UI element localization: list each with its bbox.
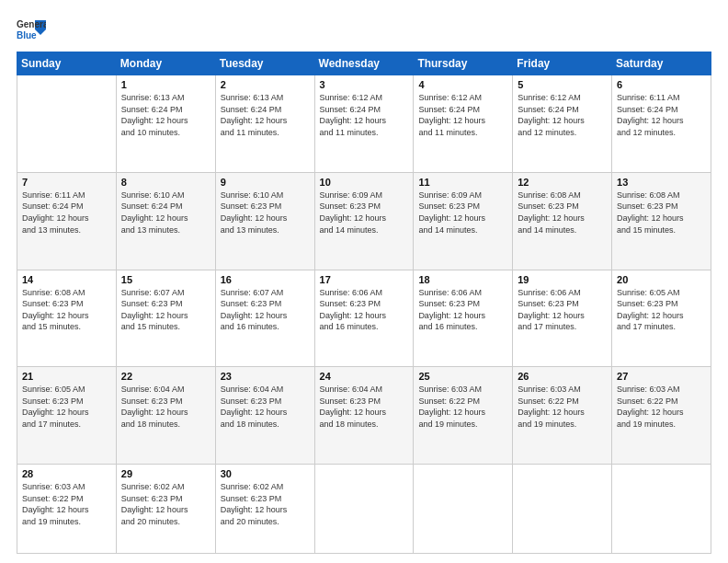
day-number: 30 [221,468,310,479]
weekday-header-monday: Monday [116,52,215,75]
calendar-cell: 25Sunrise: 6:03 AMSunset: 6:22 PMDayligh… [414,367,513,465]
calendar-cell [314,465,414,554]
day-number: 14 [22,274,111,285]
calendar-cell: 29Sunrise: 6:02 AMSunset: 6:23 PMDayligh… [116,465,215,554]
calendar-cell: 4Sunrise: 6:12 AMSunset: 6:24 PMDaylight… [414,75,513,173]
week-row-4: 21Sunrise: 6:05 AMSunset: 6:23 PMDayligh… [17,367,711,465]
calendar-cell: 27Sunrise: 6:03 AMSunset: 6:22 PMDayligh… [612,367,711,465]
header: General Blue [17,17,711,42]
day-info: Sunrise: 6:02 AMSunset: 6:23 PMDaylight:… [121,481,210,527]
calendar-cell: 12Sunrise: 6:08 AMSunset: 6:23 PMDayligh… [513,172,612,270]
day-number: 26 [518,371,607,382]
day-number: 12 [518,177,607,188]
day-info: Sunrise: 6:07 AMSunset: 6:23 PMDaylight:… [221,287,310,333]
day-info: Sunrise: 6:12 AMSunset: 6:24 PMDaylight:… [320,92,409,138]
day-info: Sunrise: 6:05 AMSunset: 6:23 PMDaylight:… [617,287,706,333]
day-info: Sunrise: 6:07 AMSunset: 6:23 PMDaylight:… [121,287,210,333]
day-info: Sunrise: 6:11 AMSunset: 6:24 PMDaylight:… [22,190,111,236]
calendar-cell: 11Sunrise: 6:09 AMSunset: 6:23 PMDayligh… [414,172,513,270]
weekday-header-thursday: Thursday [414,52,513,75]
day-number: 21 [22,371,111,382]
day-number: 22 [121,371,210,382]
calendar-cell [612,465,711,554]
day-number: 7 [22,177,111,188]
day-number: 6 [617,79,706,90]
day-info: Sunrise: 6:13 AMSunset: 6:24 PMDaylight:… [121,92,210,138]
day-info: Sunrise: 6:06 AMSunset: 6:23 PMDaylight:… [320,287,409,333]
weekday-header-friday: Friday [513,52,612,75]
calendar-cell: 23Sunrise: 6:04 AMSunset: 6:23 PMDayligh… [215,367,314,465]
day-number: 15 [121,274,210,285]
calendar-cell: 3Sunrise: 6:12 AMSunset: 6:24 PMDaylight… [314,75,414,173]
day-info: Sunrise: 6:02 AMSunset: 6:23 PMDaylight:… [221,481,310,527]
day-number: 13 [617,177,706,188]
day-info: Sunrise: 6:06 AMSunset: 6:23 PMDaylight:… [518,287,607,333]
day-info: Sunrise: 6:04 AMSunset: 6:23 PMDaylight:… [320,384,409,430]
calendar-cell: 1Sunrise: 6:13 AMSunset: 6:24 PMDaylight… [116,75,215,173]
weekday-header-sunday: Sunday [17,52,117,75]
day-number: 4 [418,79,507,90]
svg-text:Blue: Blue [17,30,37,40]
week-row-2: 7Sunrise: 6:11 AMSunset: 6:24 PMDaylight… [17,172,711,270]
day-info: Sunrise: 6:03 AMSunset: 6:22 PMDaylight:… [518,384,607,430]
calendar-cell: 16Sunrise: 6:07 AMSunset: 6:23 PMDayligh… [215,270,314,367]
logo: General Blue [17,17,46,42]
day-number: 9 [221,177,310,188]
calendar-cell: 30Sunrise: 6:02 AMSunset: 6:23 PMDayligh… [215,465,314,554]
day-info: Sunrise: 6:06 AMSunset: 6:23 PMDaylight:… [418,287,507,333]
calendar-cell [17,75,117,173]
logo-icon: General Blue [17,17,46,42]
day-number: 2 [221,79,310,90]
day-number: 5 [518,79,607,90]
day-info: Sunrise: 6:09 AMSunset: 6:23 PMDaylight:… [320,190,409,236]
day-number: 11 [418,177,507,188]
week-row-5: 28Sunrise: 6:03 AMSunset: 6:22 PMDayligh… [17,465,711,554]
calendar-cell: 10Sunrise: 6:09 AMSunset: 6:23 PMDayligh… [314,172,414,270]
day-info: Sunrise: 6:08 AMSunset: 6:23 PMDaylight:… [617,190,706,236]
day-info: Sunrise: 6:08 AMSunset: 6:23 PMDaylight:… [518,190,607,236]
day-number: 1 [121,79,210,90]
day-number: 25 [418,371,507,382]
day-info: Sunrise: 6:12 AMSunset: 6:24 PMDaylight:… [518,92,607,138]
calendar-cell: 28Sunrise: 6:03 AMSunset: 6:22 PMDayligh… [17,465,117,554]
day-info: Sunrise: 6:11 AMSunset: 6:24 PMDaylight:… [617,92,706,138]
day-info: Sunrise: 6:13 AMSunset: 6:24 PMDaylight:… [221,92,310,138]
calendar-cell: 20Sunrise: 6:05 AMSunset: 6:23 PMDayligh… [612,270,711,367]
calendar-cell: 9Sunrise: 6:10 AMSunset: 6:23 PMDaylight… [215,172,314,270]
weekday-header-row: SundayMondayTuesdayWednesdayThursdayFrid… [17,52,711,75]
day-number: 29 [121,468,210,479]
day-number: 3 [320,79,409,90]
day-info: Sunrise: 6:08 AMSunset: 6:23 PMDaylight:… [22,287,111,333]
calendar-table: SundayMondayTuesdayWednesdayThursdayFrid… [17,52,711,554]
day-number: 27 [617,371,706,382]
week-row-1: 1Sunrise: 6:13 AMSunset: 6:24 PMDaylight… [17,75,711,173]
day-info: Sunrise: 6:03 AMSunset: 6:22 PMDaylight:… [418,384,507,430]
day-info: Sunrise: 6:03 AMSunset: 6:22 PMDaylight:… [22,481,111,527]
calendar-cell: 6Sunrise: 6:11 AMSunset: 6:24 PMDaylight… [612,75,711,173]
day-info: Sunrise: 6:10 AMSunset: 6:23 PMDaylight:… [221,190,310,236]
svg-text:General: General [17,19,46,29]
day-number: 23 [221,371,310,382]
day-number: 10 [320,177,409,188]
calendar-cell: 7Sunrise: 6:11 AMSunset: 6:24 PMDaylight… [17,172,117,270]
weekday-header-tuesday: Tuesday [215,52,314,75]
calendar-cell: 26Sunrise: 6:03 AMSunset: 6:22 PMDayligh… [513,367,612,465]
calendar-cell: 22Sunrise: 6:04 AMSunset: 6:23 PMDayligh… [116,367,215,465]
week-row-3: 14Sunrise: 6:08 AMSunset: 6:23 PMDayligh… [17,270,711,367]
day-number: 24 [320,371,409,382]
day-number: 16 [221,274,310,285]
day-info: Sunrise: 6:09 AMSunset: 6:23 PMDaylight:… [418,190,507,236]
calendar-cell: 5Sunrise: 6:12 AMSunset: 6:24 PMDaylight… [513,75,612,173]
calendar-cell [414,465,513,554]
calendar-cell: 18Sunrise: 6:06 AMSunset: 6:23 PMDayligh… [414,270,513,367]
weekday-header-saturday: Saturday [612,52,711,75]
calendar-cell: 14Sunrise: 6:08 AMSunset: 6:23 PMDayligh… [17,270,117,367]
day-number: 8 [121,177,210,188]
calendar-page: General Blue SundayMondayTuesdayWednesda… [0,0,728,563]
day-info: Sunrise: 6:05 AMSunset: 6:23 PMDaylight:… [22,384,111,430]
day-number: 20 [617,274,706,285]
calendar-cell: 15Sunrise: 6:07 AMSunset: 6:23 PMDayligh… [116,270,215,367]
day-info: Sunrise: 6:10 AMSunset: 6:24 PMDaylight:… [121,190,210,236]
day-info: Sunrise: 6:04 AMSunset: 6:23 PMDaylight:… [221,384,310,430]
day-number: 28 [22,468,111,479]
